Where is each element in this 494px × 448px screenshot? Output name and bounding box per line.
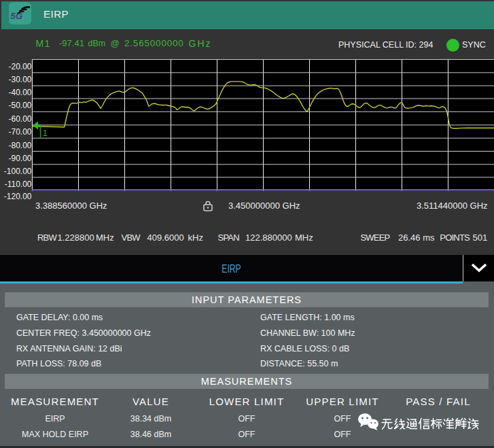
svg-text:1: 1: [43, 128, 48, 138]
svg-text:5G: 5G: [10, 11, 23, 21]
